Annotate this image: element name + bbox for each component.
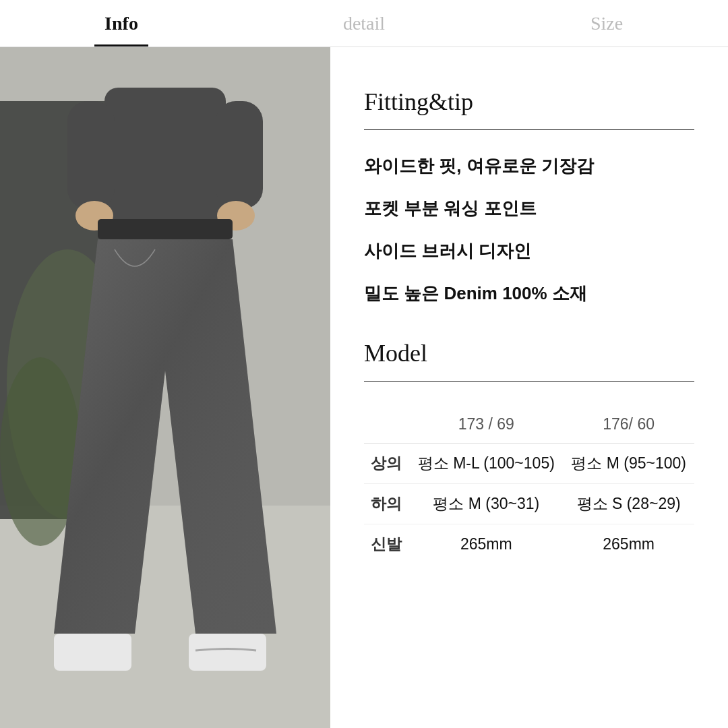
model-section: Model 173 / 69 176/ 60 상의 평소 M-L (100~10… [364,339,694,564]
svg-rect-6 [67,101,115,209]
model-table-row-sangi: 상의 평소 M-L (100~105) 평소 M (95~100) [364,444,694,484]
product-photo-svg [0,47,330,728]
svg-rect-11 [54,634,131,671]
fitting-divider [364,129,694,130]
product-image [0,47,330,728]
tab-info-label: Info [104,13,138,34]
row-sinbal-col2: 265mm [563,524,694,565]
row-sangi-label: 상의 [364,444,409,484]
fitting-list: 와이드한 핏, 여유로운 기장감 포켓 부분 워싱 포인트 사이드 브러시 디자… [364,154,694,305]
model-table-row-haui: 하의 평소 M (30~31) 평소 S (28~29) [364,484,694,524]
tab-size-label: Size [590,13,623,34]
row-sinbal-col1: 265mm [409,524,563,565]
model-table-header-row: 173 / 69 176/ 60 [364,406,694,444]
tab-bar: Info detail Size [0,0,728,47]
tab-size[interactable]: Size [485,0,728,47]
row-sinbal-label: 신발 [364,524,409,565]
fitting-item-1: 와이드한 핏, 여유로운 기장감 [364,154,694,178]
svg-rect-10 [98,219,233,239]
fitting-item-4: 밀도 높은 Denim 100% 소재 [364,282,694,305]
fitting-title: Fitting&tip [364,88,694,116]
tab-info[interactable]: Info [0,0,243,47]
main-content: Fitting&tip 와이드한 핏, 여유로운 기장감 포켓 부분 워싱 포인… [0,47,728,728]
row-haui-label: 하의 [364,484,409,524]
col-2-header: 176/ 60 [563,406,694,444]
model-table-row-sinbal: 신발 265mm 265mm [364,524,694,565]
svg-rect-5 [104,88,226,222]
model-divider [364,381,694,382]
svg-rect-12 [189,634,266,671]
svg-rect-7 [216,101,263,209]
fitting-item-2: 포켓 부분 워싱 포인트 [364,197,694,220]
fitting-item-3: 사이드 브러시 디자인 [364,239,694,263]
fitting-section: Fitting&tip 와이드한 핏, 여유로운 기장감 포켓 부분 워싱 포인… [364,88,694,305]
row-sangi-col2: 평소 M (95~100) [563,444,694,484]
row-haui-col1: 평소 M (30~31) [409,484,563,524]
tab-detail[interactable]: detail [243,0,485,47]
product-image-bg [0,47,330,728]
model-title: Model [364,339,694,367]
col-label-header [364,406,409,444]
model-table: 173 / 69 176/ 60 상의 평소 M-L (100~105) 평소 … [364,406,694,564]
tab-detail-label: detail [343,13,385,34]
col-1-header: 173 / 69 [409,406,563,444]
info-panel: Fitting&tip 와이드한 핏, 여유로운 기장감 포켓 부분 워싱 포인… [330,47,728,728]
row-sangi-col1: 평소 M-L (100~105) [409,444,563,484]
row-haui-col2: 평소 S (28~29) [563,484,694,524]
